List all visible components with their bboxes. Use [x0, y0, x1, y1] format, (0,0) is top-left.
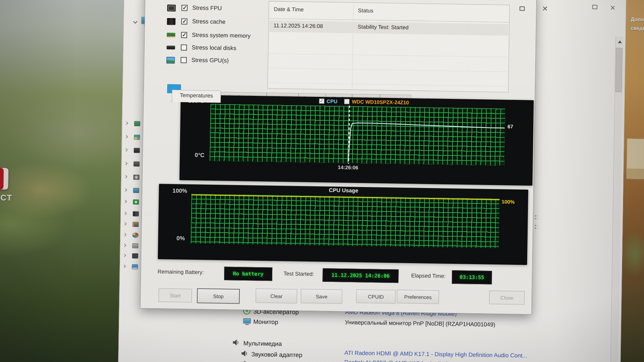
stress-option-gpu[interactable]: Stress GPU(s) — [166, 56, 268, 67]
display-icon — [134, 148, 140, 153]
cct-label: ССТ — [0, 193, 12, 202]
sidebar-item[interactable] — [124, 174, 142, 181]
cpu-usage-graph-panel: CPU Usage 100% 0% 100% — [158, 184, 528, 265]
time-axis-label: 14:26:06 — [331, 164, 365, 171]
device-row-label[interactable]: Монитор — [253, 318, 278, 326]
chevron-right-icon — [125, 135, 128, 138]
close-button[interactable]: Close — [489, 291, 525, 305]
legend-wdc-checkbox[interactable] — [344, 99, 349, 104]
disk-icon — [167, 46, 175, 50]
remaining-battery-label: Remaining Battery: — [158, 269, 204, 276]
cct-logo — [0, 168, 8, 190]
wallpaper-building — [626, 138, 644, 179]
memory-icon — [134, 121, 140, 126]
chevron-right-icon — [123, 212, 127, 215]
directx-icon — [133, 199, 139, 204]
chevron-right-icon — [123, 222, 126, 226]
stress-cache-checkbox[interactable] — [181, 18, 187, 24]
column-header-status[interactable]: Status — [358, 7, 373, 14]
chevron-right-icon — [125, 121, 128, 125]
close-icon[interactable] — [542, 5, 548, 13]
audio-adapter-icon — [241, 360, 248, 362]
database-icon — [132, 253, 138, 258]
test-started-label: Test Started: — [283, 270, 314, 277]
close-icon[interactable] — [610, 4, 615, 12]
stress-option-label: Stress CPU — [193, 0, 223, 0]
device-row-label[interactable]: Звуковой адаптер — [251, 351, 302, 359]
audio-adapter-icon — [241, 350, 248, 357]
legend-wdc-label: WDC WD10SPZX-24Z10 — [352, 99, 409, 105]
sidebar-item[interactable] — [123, 243, 141, 250]
sidebar-item[interactable] — [123, 232, 141, 239]
grip-dots — [535, 215, 538, 220]
save-button[interactable]: Save — [301, 289, 342, 304]
stress-fpu-checkbox[interactable] — [181, 5, 187, 11]
maximize-icon[interactable] — [592, 5, 597, 9]
stress-option-fpu[interactable]: Stress FPU — [167, 4, 269, 15]
legend-cpu-checkbox[interactable] — [319, 99, 324, 104]
start-button[interactable]: Start — [159, 288, 192, 302]
sidebar-item[interactable] — [123, 199, 141, 206]
stop-button[interactable]: Stop — [197, 288, 240, 304]
scroll-up-arrow-icon[interactable] — [618, 41, 622, 43]
gpu-card-icon — [166, 57, 175, 64]
chevron-right-icon — [124, 200, 127, 203]
stress-memory-checkbox[interactable] — [181, 32, 187, 38]
config-icon — [132, 243, 138, 248]
stress-option-label: Stress GPU(s) — [192, 57, 229, 64]
stress-option-memory[interactable]: Stress system memory — [167, 31, 269, 42]
sidebar-item[interactable] — [124, 121, 142, 128]
sidebar-item[interactable] — [122, 253, 140, 260]
clear-button[interactable]: Clear — [256, 289, 297, 303]
current-temperature-value: 67 — [507, 124, 513, 129]
status-row-status[interactable]: Stability Test: Started — [358, 24, 409, 31]
stress-option-label: Stress local disks — [192, 44, 236, 52]
grip-dots — [534, 224, 538, 230]
status-listview: Date & Time Status 11.12.2025 14:26:08 S… — [267, 1, 510, 92]
cpu-usage-line-chart — [191, 195, 499, 248]
cpu-usage-plot-area — [191, 194, 499, 248]
cpuid-button[interactable]: CPUID — [356, 289, 396, 303]
sidebar-item[interactable] — [123, 211, 141, 218]
stress-gpu-checkbox[interactable] — [180, 57, 186, 63]
current-usage-value: 100% — [501, 199, 515, 205]
right-panel-text: сведен — [631, 25, 644, 31]
photo-frame: ССТ Дополн сведен МЕНЮ 64 AID ✕ 3D-аксел… — [0, 0, 644, 362]
scrollbar-thumb[interactable] — [615, 48, 623, 92]
chevron-right-icon — [124, 175, 127, 178]
storage-icon — [133, 175, 139, 180]
tab-temperatures[interactable]: Temperatures — [172, 90, 221, 103]
device-group-label[interactable]: Мультимедиа — [244, 340, 282, 348]
fpu-chip-icon — [167, 5, 176, 12]
chevron-right-icon — [124, 188, 127, 192]
network-icon — [133, 188, 139, 193]
chevron-right-icon — [123, 233, 126, 236]
sidebar-item[interactable] — [124, 161, 142, 168]
chevron-right-icon — [123, 254, 126, 257]
security-shield-icon — [132, 233, 139, 238]
preferences-button[interactable]: Preferences — [397, 290, 439, 304]
sidebar-item[interactable] — [123, 221, 141, 228]
sidebar-item[interactable] — [122, 264, 140, 271]
stress-option-cache[interactable]: Stress cache — [167, 18, 269, 28]
y-axis-min-label: 0°C — [195, 152, 204, 159]
monitor-icon — [243, 318, 251, 324]
devices-icon — [133, 211, 139, 216]
legend-cpu-label: CPU — [327, 98, 337, 104]
sidebar-item[interactable] — [123, 187, 141, 194]
stress-disks-checkbox[interactable] — [181, 45, 187, 51]
temperature-plot-area — [210, 104, 505, 166]
sidebar-item[interactable] — [124, 134, 142, 141]
right-panel-text: Дополн — [631, 16, 644, 22]
benchmark-icon — [132, 264, 138, 269]
tiles-icon — [134, 135, 140, 140]
chevron-right-icon — [123, 244, 126, 247]
y-axis-max-label: 100% — [172, 187, 187, 194]
audio-icon — [133, 162, 140, 167]
temperature-line-chart — [210, 105, 505, 166]
maximize-icon[interactable] — [520, 6, 525, 11]
column-header-datetime[interactable]: Date & Time — [274, 6, 304, 13]
sidebar-item[interactable] — [124, 147, 142, 155]
stress-option-disks[interactable]: Stress local disks — [166, 44, 268, 54]
status-row-datetime[interactable]: 11.12.2025 14:26:08 — [273, 22, 323, 29]
